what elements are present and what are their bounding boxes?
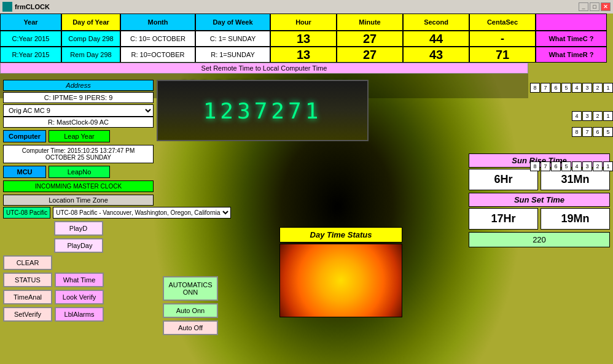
num-row-2: 4 3 2 1: [521, 111, 613, 121]
leapno-button[interactable]: LeapNo: [49, 166, 110, 178]
year-label: Year: [0, 14, 61, 31]
right-numbers: 8 7 6 5 4 3 2 1 4 3 2 1 8 7 6 5: [521, 83, 613, 172]
dayofyear-label: Day of Year: [61, 14, 120, 31]
mcu-button[interactable]: MCU: [3, 166, 46, 178]
second-c-cell: 44: [403, 31, 469, 47]
centasec-label: CentaSec: [469, 14, 536, 31]
remote-label: R: MastClock-09 AC: [3, 117, 154, 128]
playday-button[interactable]: PlayDay: [54, 238, 103, 253]
num-1: 1: [603, 83, 613, 93]
address-value: C: IPTME= 9 IPERS: 9: [3, 92, 154, 103]
minute-c-cell: 27: [337, 31, 403, 47]
num-6: 6: [551, 83, 561, 93]
header-c-row: C:Year 2015 Comp Day 298 C: 10= OCTOBER …: [0, 31, 613, 47]
location-dropdown[interactable]: UTC-08 Pacific - Vancouver, Washington, …: [53, 207, 231, 219]
num-3b: 3: [582, 111, 592, 121]
address-label: Address: [3, 80, 154, 91]
num-8c: 8: [572, 127, 582, 137]
hour-c-cell: 13: [270, 31, 337, 47]
num-1b: 1: [603, 111, 613, 121]
address-dropdown[interactable]: Orig AC MC 9Orig AC MC 10Orig AC MC 11: [3, 104, 154, 117]
timeonal-button[interactable]: TimeAnal: [3, 290, 52, 304]
autooff-button[interactable]: Auto Off: [163, 320, 218, 335]
num-5: 5: [561, 83, 571, 93]
num-6c: 6: [593, 127, 603, 137]
setverify-button[interactable]: SetVerify: [3, 307, 52, 322]
minute-label: Minute: [337, 14, 403, 31]
whattime-c-button[interactable]: What TimeC ?: [536, 31, 607, 47]
title-bar-buttons: _ □ ✕: [579, 2, 611, 11]
sun-set-label: Sun Set Time: [469, 193, 610, 207]
utc-button[interactable]: UTC-08 Pacific: [3, 207, 50, 219]
num-7d: 7: [541, 161, 550, 171]
num-3d: 3: [582, 161, 592, 171]
cyear-cell: C:Year 2015: [0, 31, 61, 47]
num-8: 8: [530, 83, 540, 93]
clock-digits: 1237271: [203, 98, 322, 123]
location-row: UTC-08 Pacific UTC-08 Pacific - Vancouve…: [3, 207, 154, 219]
whattime-c-label: [536, 14, 607, 31]
num-5c: 5: [603, 127, 613, 137]
num-2: 2: [593, 83, 603, 93]
num-row-4: 8 7 6 5 4 3 2 1: [521, 161, 613, 171]
button-row-4: SetVerify LblAlarms: [3, 307, 154, 322]
main-container: Year Day of Year Month Day of Week Hour …: [0, 14, 613, 364]
num-4: 4: [572, 83, 582, 93]
lookverify-button[interactable]: Look Verify: [55, 290, 104, 304]
maximize-button[interactable]: □: [590, 2, 599, 11]
playd-button[interactable]: PlayD: [54, 221, 103, 236]
rdayofweek-cell: R: 1=SUNDAY: [195, 47, 270, 63]
leapyear-button[interactable]: Leap Year: [49, 130, 110, 142]
sun-value: 220: [469, 232, 610, 247]
month-label: Month: [120, 14, 195, 31]
minimize-button[interactable]: _: [579, 2, 588, 11]
centasec-r-cell: 71: [469, 47, 536, 63]
play-buttons: PlayD PlayDay: [3, 221, 154, 253]
num-2d: 2: [593, 161, 603, 171]
automatics-button[interactable]: AUTOMATICS ONN: [163, 276, 218, 301]
close-button[interactable]: ✕: [601, 2, 611, 11]
num-1d: 1: [603, 161, 613, 171]
title-bar: frmCLOCK _ □ ✕: [0, 0, 613, 14]
cmonth-cell: C: 10= OCTOBER: [120, 31, 195, 47]
status-button[interactable]: STATUS: [3, 273, 52, 287]
mcu-row: MCU LeapNo: [3, 166, 154, 178]
num-6d: 6: [551, 161, 561, 171]
num-row-3: 8 7 6 5: [521, 127, 613, 137]
button-row-3: TimeAnal Look Verify: [3, 290, 154, 304]
lblalarms-button[interactable]: LblAlarms: [55, 307, 104, 322]
title-bar-title: frmCLOCK: [15, 3, 579, 10]
day-status-label: Day Time Status: [279, 227, 402, 242]
whattime-r-button[interactable]: What TimeR ?: [536, 47, 607, 63]
num-2b: 2: [593, 111, 603, 121]
left-panel: Address C: IPTME= 9 IPERS: 9 Orig AC MC …: [3, 80, 154, 322]
incomming-box: INCOMMING MASTER CLOCK: [3, 180, 154, 192]
centasec-c-cell: -: [469, 31, 536, 47]
whattime-button[interactable]: What Time: [55, 273, 104, 287]
clear-button[interactable]: CLEAR: [3, 255, 52, 270]
header-labels-row: Year Day of Year Month Day of Week Hour …: [0, 14, 613, 31]
autoonn-button[interactable]: Auto Onn: [163, 303, 218, 318]
automatics-panel: AUTOMATICS ONN Auto Onn Auto Off: [163, 276, 221, 335]
second-label: Second: [403, 14, 469, 31]
computer-button[interactable]: Computer: [3, 130, 46, 142]
num-4d: 4: [572, 161, 582, 171]
num-5d: 5: [561, 161, 571, 171]
pink-banner: Set Remote Time to Local Computer Time: [0, 63, 528, 74]
button-row-2: STATUS What Time: [3, 273, 154, 287]
num-8d: 8: [530, 161, 540, 171]
ryear-cell: R:Year 2015: [0, 47, 61, 63]
computer-row: Computer Leap Year: [3, 130, 154, 142]
minute-r-cell: 27: [337, 47, 403, 63]
day-status-image: [279, 244, 402, 317]
dayofweek-label: Day of Week: [195, 14, 270, 31]
cdayofweek-cell: C: 1= SUNDAY: [195, 31, 270, 47]
comp-time-box: Computer Time: 2015:10:25 13:27:47 PM OC…: [3, 145, 154, 163]
num-7c: 7: [582, 127, 592, 137]
header-r-row: R:Year 2015 Rem Day 298 R: 10=OCTOBER R:…: [0, 47, 613, 63]
sun-set-mn: 19Mn: [541, 208, 610, 230]
compday-cell: Comp Day 298: [61, 31, 120, 47]
clock-display: 1237271: [157, 80, 369, 141]
sun-set-times: 17Hr 19Mn: [469, 208, 610, 230]
app-icon: [2, 2, 12, 12]
